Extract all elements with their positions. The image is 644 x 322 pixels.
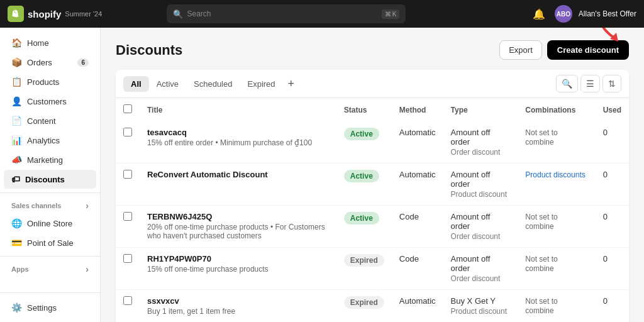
row-checkbox[interactable] [123, 296, 132, 305]
used-count: 0 [603, 170, 608, 179]
discount-desc: 15% off entire order • Minimum purchase … [147, 138, 329, 147]
sidebar-label: Orders [27, 58, 52, 67]
summer-badge: Summer '24 [65, 10, 102, 18]
sidebar-item-online-store[interactable]: 🌐 Online Store [4, 214, 96, 233]
marketing-icon: 📣 [11, 155, 22, 165]
discounts-icon: 🏷 [11, 174, 20, 184]
method-text: Automatic [399, 296, 436, 306]
used-count: 0 [603, 128, 608, 137]
type-sub: Order discount [451, 148, 511, 157]
combinations-text: Not set to combine [525, 297, 557, 315]
method-text: Automatic [399, 128, 436, 137]
type-main: Amount off order [451, 170, 511, 189]
discount-title: TERBNW6J425Q [147, 212, 329, 221]
sidebar-label: Discounts [25, 175, 65, 184]
page-title: Discounts [116, 42, 182, 58]
type-main: Buy X Get Y [451, 296, 511, 306]
sidebar-item-discounts[interactable]: 🏷 Discounts [4, 170, 96, 189]
content-icon: 📄 [11, 116, 22, 126]
row-checkbox[interactable] [123, 170, 132, 179]
sidebar-item-home[interactable]: 🏠 Home [4, 33, 96, 52]
status-badge: Expired [344, 254, 384, 267]
sidebar-item-products[interactable]: 📋 Products [4, 72, 96, 91]
sidebar-label: Settings [27, 303, 57, 313]
status-badge: Expired [344, 296, 384, 309]
sidebar-label: Point of Sale [27, 238, 74, 248]
sort-button[interactable]: ⇅ [602, 75, 621, 92]
store-name: Allan's Best Offer [579, 9, 636, 18]
discount-desc: 20% off one-time purchase products • For… [147, 223, 329, 240]
header-actions: Export Create discount [499, 40, 629, 60]
status-badge: Active [344, 170, 379, 182]
export-button[interactable]: Export [499, 40, 542, 60]
pos-icon: 💳 [11, 238, 22, 248]
sidebar-label: Products [27, 77, 59, 87]
type-main: Amount off order [451, 128, 511, 147]
tab-scheduled[interactable]: Scheduled [186, 76, 240, 92]
sidebar-item-customers[interactable]: 👤 Customers [4, 92, 96, 111]
col-title: Title [140, 98, 336, 121]
analytics-icon: 📊 [11, 135, 22, 145]
tab-all[interactable]: All [123, 76, 149, 92]
sidebar-item-analytics[interactable]: 📊 Analytics [4, 131, 96, 150]
discount-title: ssxvxcv [147, 296, 329, 306]
keyboard-shortcut: ⌘ K [382, 9, 400, 19]
table-row[interactable]: RH1YP4PW0P70 15% off one-time purchase p… [116, 248, 629, 290]
tab-add-button[interactable]: + [283, 76, 300, 92]
sidebar-item-pos[interactable]: 💳 Point of Sale [4, 233, 96, 252]
discount-title: ReConvert Automatic Discount [147, 170, 329, 179]
table-row[interactable]: TERBNW6J425Q 20% off one-time purchase p… [116, 206, 629, 248]
type-sub: Order discount [451, 274, 511, 283]
tab-active[interactable]: Active [149, 76, 186, 92]
avatar: ABO [555, 5, 572, 23]
sidebar-label: Marketing [27, 155, 63, 165]
tab-expired[interactable]: Expired [240, 76, 282, 92]
create-discount-button[interactable]: Create discount [547, 40, 629, 60]
type-main: Amount off order [451, 212, 511, 231]
discount-desc: Buy 1 item, get 1 item free [147, 307, 329, 316]
select-all-checkbox[interactable] [123, 104, 132, 113]
method-text: Code [399, 212, 419, 221]
notification-button[interactable]: 🔔 [530, 4, 548, 23]
table-row[interactable]: ssxvxcv Buy 1 item, get 1 item free Expi… [116, 290, 629, 323]
type-main: Amount off order [451, 254, 511, 273]
col-used: Used [596, 98, 629, 121]
sidebar-bottom: ⚙️ Settings [0, 292, 100, 322]
table-row[interactable]: ReConvert Automatic Discount Active Auto… [116, 164, 629, 206]
table-row[interactable]: tesavcacq 15% off entire order • Minimum… [116, 121, 629, 164]
row-checkbox[interactable] [123, 254, 132, 263]
status-badge: Active [344, 212, 379, 225]
topbar-logo[interactable]: shopify Summer '24 [8, 6, 102, 22]
row-checkbox[interactable] [123, 212, 132, 221]
filter-button[interactable]: ☰ [580, 75, 600, 92]
shopify-logo-icon [8, 6, 24, 22]
search-icon: 🔍 [173, 9, 183, 19]
sales-channels-label: Sales channels › [0, 197, 100, 213]
method-text: Automatic [399, 170, 436, 179]
search-filter-button[interactable]: 🔍 [556, 75, 578, 92]
combinations-text: Not set to combine [525, 128, 557, 147]
col-status: Status [336, 98, 392, 121]
main-content: Discounts Export Create discount All Act… [101, 28, 644, 322]
col-method: Method [392, 98, 443, 121]
method-text: Code [399, 254, 419, 264]
sidebar-label: Online Store [27, 219, 72, 228]
page-header: Discounts Export Create discount [116, 40, 629, 60]
type-sub: Order discount [451, 232, 511, 241]
sidebar-label: Analytics [27, 136, 60, 145]
search-bar[interactable]: 🔍 Search ⌘ K [167, 4, 406, 23]
sidebar-item-settings[interactable]: ⚙️ Settings [4, 298, 96, 317]
status-badge: Active [344, 128, 379, 140]
apps-label: Apps › [0, 260, 100, 277]
orders-icon: 📦 [11, 57, 22, 67]
discounts-table: Title Status Method Type Combinations Us… [116, 98, 629, 322]
combinations-text: Not set to combine [525, 255, 557, 273]
type-sub: Product discount [451, 307, 511, 316]
sidebar-item-orders[interactable]: 📦 Orders 6 [4, 53, 96, 72]
product-discounts-link[interactable]: Product discounts [525, 170, 585, 179]
online-store-icon: 🌐 [11, 218, 22, 228]
filter-tabs-row: All Active Scheduled Expired + 🔍 ☰ ⇅ [116, 70, 629, 98]
row-checkbox[interactable] [123, 128, 132, 136]
sidebar-item-content[interactable]: 📄 Content [4, 111, 96, 130]
sidebar-item-marketing[interactable]: 📣 Marketing [4, 150, 96, 169]
